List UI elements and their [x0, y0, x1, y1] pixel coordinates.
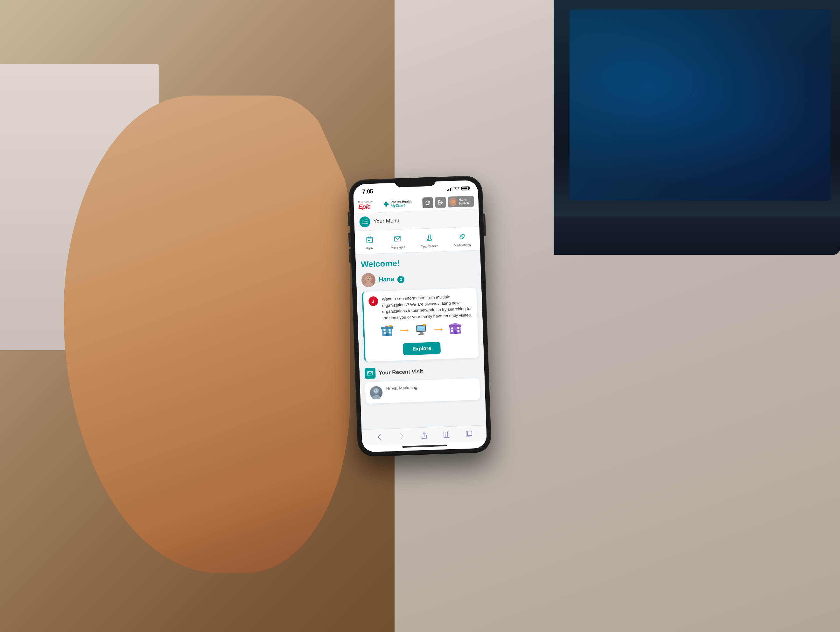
visit-text: Hi Ms. Marketing,	[386, 385, 419, 391]
nav-messages-label: Messages	[391, 245, 405, 249]
svg-rect-43	[457, 327, 459, 329]
logo-epic: Epic	[358, 203, 371, 209]
browser-share-button[interactable]	[419, 431, 429, 440]
status-time: 7:05	[362, 188, 373, 195]
menu-icon	[362, 219, 368, 220]
svg-rect-25	[384, 331, 386, 333]
recent-visit-section: Your Recent Visit	[360, 364, 486, 407]
user-greeting: Hana 3	[361, 269, 476, 287]
notification-badge: 3	[398, 276, 405, 283]
user-name-line1: Hana	[458, 197, 469, 201]
phone-screen: 7:05	[353, 180, 487, 452]
browser-tabs-icon	[465, 430, 472, 437]
explore-card: ε Want to see information from multiple …	[362, 288, 478, 361]
nav-messages[interactable]: Messages	[388, 232, 408, 250]
card-illustration: ⟶	[369, 318, 473, 342]
nav-medications[interactable]: Medications	[451, 230, 474, 248]
greeting-name: Hana	[378, 275, 394, 283]
avatar-image	[361, 272, 376, 287]
svg-rect-23	[384, 329, 385, 331]
browser-back-button[interactable]	[374, 432, 384, 442]
header-logo: MyChart by Epic	[358, 200, 373, 210]
svg-rect-9	[369, 240, 370, 241]
svg-marker-41	[449, 323, 461, 325]
svg-line-15	[460, 234, 464, 238]
laptop-screen	[570, 10, 831, 201]
welcome-title: Welcome!	[361, 255, 476, 269]
svg-line-53	[445, 432, 445, 437]
envelope-blue-icon	[365, 367, 376, 379]
quick-nav: Visits Messages	[355, 227, 480, 255]
laptop-keyboard	[554, 217, 840, 255]
svg-rect-44	[451, 330, 453, 332]
svg-rect-46	[454, 331, 456, 334]
wifi-icon	[454, 186, 459, 190]
visit-preview-text: Hi Ms. Marketing,	[386, 385, 419, 391]
explore-button[interactable]: Explore	[403, 342, 441, 355]
nav-test-results-label: Test Results	[421, 244, 439, 248]
svg-point-17	[364, 282, 373, 287]
welcome-section: Welcome!	[355, 250, 484, 368]
header-actions: Hana Switch ▾	[422, 195, 474, 208]
phone-wrapper: 7:05	[348, 175, 492, 456]
home-bar	[402, 445, 447, 448]
explore-card-text: Want to see information from multiple or…	[382, 293, 472, 321]
browser-forward-icon	[399, 432, 404, 439]
pill-icon	[456, 231, 467, 242]
building-hospital-icon	[381, 325, 393, 337]
globe-button[interactable]	[422, 197, 433, 208]
globe-icon	[425, 200, 431, 205]
menu-label: Your Menu	[373, 217, 399, 225]
visit-preview[interactable]: Hi Ms. Marketing,	[365, 378, 480, 404]
recent-visit-title: Your Recent Visit	[379, 368, 423, 376]
browser-tabs-button[interactable]	[464, 429, 474, 439]
svg-rect-27	[386, 333, 388, 336]
svg-rect-45	[458, 329, 459, 331]
logout-button[interactable]	[435, 196, 446, 207]
browser-share-icon	[421, 432, 428, 439]
connector-icon: ⟶	[399, 326, 409, 334]
logout-icon	[438, 200, 443, 205]
envelope-icon	[392, 233, 403, 244]
svg-rect-33	[420, 332, 423, 333]
nav-visits-label: Visits	[366, 246, 374, 250]
phone-notch	[395, 177, 436, 187]
nav-medications-label: Medications	[454, 243, 471, 247]
browser-book-button[interactable]	[442, 429, 452, 439]
svg-rect-32	[417, 326, 425, 331]
svg-rect-26	[389, 331, 391, 333]
content-area: Welcome!	[355, 250, 486, 429]
status-icons	[447, 185, 469, 191]
cross-icon: ✚	[384, 200, 389, 208]
greeting-avatar	[361, 272, 376, 287]
header-hospital: ✚ Phelps Health MyChart	[384, 199, 412, 208]
browser-book-icon	[443, 431, 450, 438]
browser-back-icon	[377, 433, 382, 440]
svg-rect-42	[451, 327, 453, 329]
hamburger-button[interactable]	[359, 216, 370, 227]
nav-visits[interactable]: Visits	[361, 233, 378, 252]
svg-rect-8	[368, 240, 369, 241]
svg-point-38	[423, 324, 426, 326]
hospital-sub: MyChart	[391, 203, 412, 207]
svg-point-30	[389, 325, 392, 327]
chevron-down-icon: ▾	[470, 200, 471, 203]
phone-shell: 7:05	[348, 175, 492, 456]
svg-point-49	[372, 395, 381, 399]
computer-icon	[415, 324, 427, 336]
user-name-line2: Switch	[458, 201, 469, 205]
browser-forward-button[interactable]	[397, 431, 407, 441]
battery-icon	[461, 186, 469, 190]
epic-e-icon: ε	[368, 296, 378, 306]
nav-test-results[interactable]: Test Results	[418, 231, 441, 249]
laptop-body	[554, 0, 840, 255]
svg-rect-24	[388, 329, 390, 331]
avatar	[449, 197, 458, 206]
user-account-button[interactable]: Hana Switch ▾	[448, 195, 474, 207]
doctor-avatar	[370, 386, 383, 399]
svg-rect-56	[467, 431, 472, 435]
svg-line-54	[448, 432, 448, 437]
svg-line-5	[366, 239, 372, 239]
building-clinic-icon	[449, 323, 461, 334]
calendar-icon	[364, 234, 375, 245]
